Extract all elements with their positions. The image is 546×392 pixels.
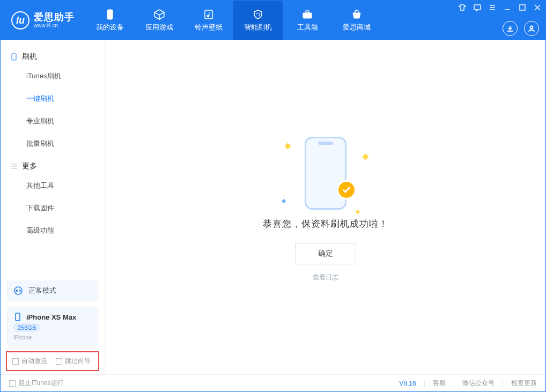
tab-toolbox[interactable]: 工具箱 [283,1,332,40]
sidebar-scroll: 刷机 iTunes刷机 一键刷机 专业刷机 批量刷机 更多 其他工具 下载固件 … [1,40,105,277]
device-card: iPhone XS Max 256GB iPhone [7,307,98,346]
success-illustration [280,133,371,213]
sidebar-item-batch-flash[interactable]: 批量刷机 [1,132,105,155]
brand-logo-icon: iu [11,11,29,29]
device-icon [104,9,116,20]
tab-label: 智能刷机 [244,23,272,32]
svg-rect-8 [12,54,16,60]
app-window: iu 爱思助手 www.i4.cn 我的设备 应用游戏 铃声壁纸 智能刷机 [0,0,546,392]
tab-smart-flash[interactable]: 智能刷机 [233,1,283,40]
skin-icon[interactable] [458,3,467,12]
separator: | [424,380,425,387]
flash-options-highlighted: 自动激活 跳过向导 [6,351,99,371]
separator: | [502,380,504,387]
checkbox-label: 自动激活 [21,357,47,366]
svg-point-2 [207,15,209,17]
mode-label: 正常模式 [28,286,56,295]
sparkle-icon [284,143,291,150]
tab-apps-games[interactable]: 应用游戏 [135,1,184,40]
svg-rect-4 [306,11,309,13]
checkbox-label: 阻止iTunes运行 [19,379,64,388]
tab-label: 爱思商城 [343,23,371,32]
svg-rect-5 [474,5,481,10]
sidebar-item-download-firmware[interactable]: 下载固件 [1,197,105,219]
support-link[interactable]: 客服 [433,379,446,388]
nav-tabs: 我的设备 应用游戏 铃声壁纸 智能刷机 工具箱 爱思商城 [85,1,381,40]
sparkle-icon [281,198,285,203]
success-message: 恭喜您，保资料刷机成功啦！ [263,218,388,230]
wechat-link[interactable]: 微信公众号 [462,379,495,388]
storage-badge: 256GB [13,323,40,332]
sidebar-item-oneclick-flash[interactable]: 一键刷机 [1,87,105,110]
titlebar: iu 爱思助手 www.i4.cn 我的设备 应用游戏 铃声壁纸 智能刷机 [1,1,545,40]
phone-icon [10,53,18,61]
group-label: 刷机 [22,52,37,62]
tab-label: 铃声壁纸 [195,23,223,32]
account-button[interactable] [524,21,539,36]
footer: 阻止iTunes运行 V8.16 | 客服 | 微信公众号 | 检查更新 [1,374,545,391]
tab-label: 我的设备 [96,23,124,32]
tab-store[interactable]: 爱思商城 [332,1,381,40]
svg-point-7 [530,26,533,29]
phone-illustration [305,137,346,210]
svg-rect-6 [520,5,525,10]
device-name-row: iPhone XS Max [13,313,92,321]
sidebar-group-flash: 刷机 [1,46,105,65]
sidebar-group-more: 更多 [1,155,105,174]
checkbox-label: 跳过向导 [65,357,91,366]
window-controls [458,3,542,12]
close-icon[interactable] [533,3,542,12]
tab-label: 应用游戏 [145,23,173,32]
brand: iu 爱思助手 www.i4.cn [1,1,85,40]
check-update-link[interactable]: 检查更新 [511,379,537,388]
device-phone-icon [13,313,22,321]
checkbox-block-itunes[interactable]: 阻止iTunes运行 [9,379,64,388]
sidebar: 刷机 iTunes刷机 一键刷机 专业刷机 批量刷机 更多 其他工具 下载固件 … [1,40,105,374]
tab-label: 工具箱 [297,23,318,32]
view-log-link[interactable]: 查看日志 [313,273,338,282]
store-icon [351,9,363,20]
confirm-button[interactable]: 确定 [295,243,356,264]
device-type: iPhone [13,334,92,341]
device-name: iPhone XS Max [26,313,76,321]
shield-sync-icon [252,9,264,20]
sidebar-item-itunes-flash[interactable]: iTunes刷机 [1,65,105,87]
checkbox-auto-activate[interactable]: 自动激活 [12,357,47,366]
main-content: 恭喜您，保资料刷机成功啦！ 确定 查看日志 [105,40,545,374]
svg-rect-1 [205,10,212,19]
music-icon [203,9,215,20]
checkbox-skip-guide[interactable]: 跳过向导 [56,357,91,366]
brand-subtitle: www.i4.cn [34,23,75,28]
tab-ringtones-wallpapers[interactable]: 铃声壁纸 [184,1,233,40]
list-icon [10,162,18,170]
version-label: V8.16 [399,380,416,387]
separator: | [453,380,455,387]
svg-rect-3 [303,13,312,18]
group-label: 更多 [22,161,37,171]
menu-icon[interactable] [488,3,497,12]
sidebar-item-advanced[interactable]: 高级功能 [1,219,105,242]
svg-rect-12 [16,313,20,321]
minimize-icon[interactable] [503,3,512,12]
mode-status-card: 正常模式 [7,280,98,301]
feedback-icon[interactable] [473,3,482,12]
download-button[interactable] [503,21,518,36]
sparkle-icon [355,209,359,213]
svg-point-10 [16,290,18,292]
maximize-icon[interactable] [518,3,527,12]
checkbox-icon [12,358,19,365]
checkbox-icon [56,358,62,365]
mode-icon [13,286,23,295]
brand-text: 爱思助手 www.i4.cn [34,12,75,29]
sparkle-icon [362,153,369,160]
brand-title: 爱思助手 [34,12,75,23]
toolbox-icon [301,9,313,20]
body: 刷机 iTunes刷机 一键刷机 专业刷机 批量刷机 更多 其他工具 下载固件 … [1,40,545,374]
svg-point-11 [19,290,21,292]
user-controls [503,21,539,36]
sidebar-item-other-tools[interactable]: 其他工具 [1,174,105,197]
svg-rect-0 [107,10,113,19]
success-check-icon [337,180,356,199]
sidebar-item-pro-flash[interactable]: 专业刷机 [1,110,105,132]
tab-my-device[interactable]: 我的设备 [85,1,135,40]
